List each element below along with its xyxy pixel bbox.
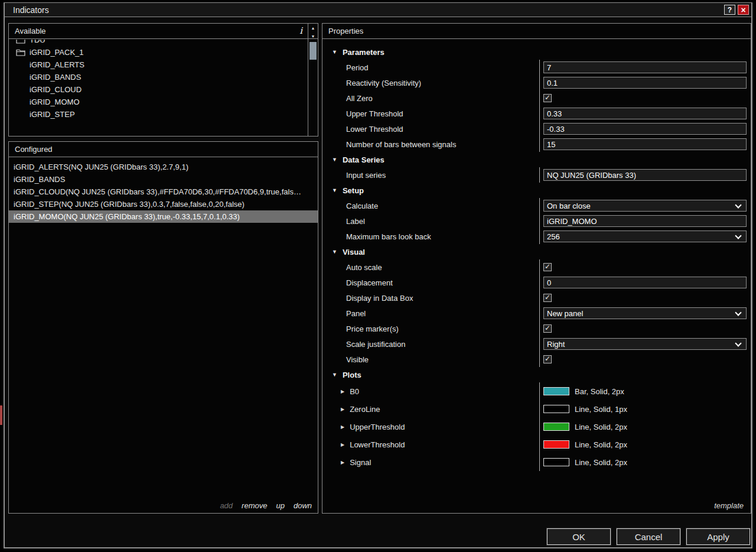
scrollbar-thumb[interactable] [309,42,317,60]
prop-label: Lower Threshold [322,121,539,137]
template-link[interactable]: template [714,501,744,510]
price-marker-s-checkbox[interactable]: ✓ [543,324,552,333]
tree-item-igrid-alerts[interactable]: iGRID_ALERTS [9,59,307,71]
scroll-up-icon[interactable]: ▲ [308,24,318,32]
prop-field: Line, Solid, 2px [539,436,751,453]
section-visual[interactable]: ▼Visual [322,244,751,259]
remove-link[interactable]: remove [242,501,267,510]
prop-label: ▶ZeroLine [322,400,539,418]
prop-label: ▶LowerThreshold [322,436,539,453]
down-link[interactable]: down [294,501,312,510]
section-parameters[interactable]: ▼Parameters [322,44,751,60]
chevron-down-icon [735,202,741,208]
folder-icon [16,40,25,44]
chevron-right-icon[interactable]: ▶ [341,460,344,465]
check-icon: ✓ [545,294,550,300]
display-in-data-box-checkbox[interactable]: ✓ [543,294,552,302]
tree-item-label: iGRID_STEP [30,110,75,119]
ok-button[interactable]: OK [547,528,611,545]
window-title: Indicators [5,5,49,15]
select-value: Right [547,340,565,349]
prop-label: Scale justification [322,336,539,352]
section-plots[interactable]: ▼Plots [322,367,751,382]
title-bar: Indicators ? × [5,3,751,17]
prop-field: ✓ [539,290,751,306]
configured-item[interactable]: iGRID_STEP(NQ JUN25 (GRIDbars 33),0.3,7,… [9,198,318,210]
cancel-button[interactable]: Cancel [617,528,680,545]
chevron-right-icon[interactable]: ▶ [341,424,344,430]
prop-label-text: Upper Threshold [346,109,403,118]
tree-item-igrid-pack-1[interactable]: iGRID_PACK_1 [9,46,307,59]
lowerthreshold-color-swatch[interactable] [543,440,569,449]
info-icon[interactable]: i [299,25,302,36]
available-tree: TDUiGRID_PACK_1iGRID_ALERTSiGRID_BANDSiG… [9,40,307,136]
chevron-right-icon[interactable]: ▶ [341,442,344,447]
prop-row-price-marker-s: Price marker(s)✓ [322,321,751,336]
upperthreshold-color-swatch[interactable] [543,423,569,431]
upper-threshold-input[interactable] [543,108,747,119]
apply-button[interactable]: Apply [686,528,750,545]
calculate-select[interactable]: On bar close [543,200,747,212]
configured-item[interactable]: iGRID_MOMO(NQ JUN25 (GRIDbars 33),true,-… [9,210,318,223]
close-button[interactable]: × [738,5,749,15]
select-value: New panel [547,309,583,318]
section-label: Plots [343,371,361,379]
zeroline-color-swatch[interactable] [543,405,569,413]
chevron-down-icon: ▼ [332,157,337,163]
chevron-down-icon: ▼ [332,249,337,255]
displacement-input[interactable] [543,277,747,288]
add-link[interactable]: add [220,501,233,510]
prop-field [539,60,751,75]
available-title: Available [15,27,46,35]
tree-item-igrid-bands[interactable]: iGRID_BANDS [9,71,307,83]
chevron-right-icon[interactable]: ▶ [341,389,344,394]
prop-label-text: B0 [350,387,359,396]
prop-row-lower-threshold: Lower Threshold [322,121,751,137]
prop-label: Panel [322,306,539,321]
prop-label: Auto scale [322,259,539,275]
prop-field: On bar close [539,198,751,213]
panel-select[interactable]: New panel [543,307,747,319]
maximum-bars-look-back-select[interactable]: 256 [543,230,747,242]
available-scrollbar[interactable]: ▲ ▼ [308,24,318,136]
input-series-input[interactable] [543,169,747,181]
help-button[interactable]: ? [724,5,735,15]
prop-row-maximum-bars-look-back: Maximum bars look back256 [322,229,751,244]
chevron-down-icon [735,340,741,346]
tree-item-tdu[interactable]: TDU [9,40,307,46]
auto-scale-checkbox[interactable]: ✓ [543,263,552,271]
all-zero-checkbox[interactable]: ✓ [543,94,552,102]
b0-color-swatch[interactable] [543,387,569,395]
section-label: Visual [343,248,365,256]
tree-item-igrid-step[interactable]: iGRID_STEP [9,108,307,121]
chevron-down-icon: ▼ [332,372,337,378]
prop-row-all-zero: All Zero✓ [322,90,751,106]
prop-row-scale-justification: Scale justificationRight [322,336,751,352]
properties-header: Properties [322,24,751,39]
scroll-down-icon[interactable]: ▼ [308,32,318,40]
prop-field: Bar, Solid, 2px [539,382,751,400]
tree-item-igrid-momo[interactable]: iGRID_MOMO [9,96,307,108]
tree-item-igrid-cloud[interactable]: iGRID_CLOUD [9,83,307,96]
label-input[interactable] [543,215,747,227]
visible-checkbox[interactable]: ✓ [543,355,552,363]
prop-label: Display in Data Box [322,290,539,306]
configured-item[interactable]: iGRID_ALERTS(NQ JUN25 (GRIDbars 33),2.7,… [9,161,318,173]
section-setup[interactable]: ▼Setup [322,183,751,198]
prop-label-text: Calculate [346,202,378,210]
lower-threshold-input[interactable] [543,123,747,135]
configured-item[interactable]: iGRID_CLOUD(NQ JUN25 (GRIDbars 33),#FFDA… [9,186,318,198]
configured-actions: addremoveupdown [220,501,312,510]
number-of-bars-between-signals-input[interactable] [543,138,747,150]
signal-color-swatch[interactable] [543,458,569,466]
reactivity-sensitivity-input[interactable] [543,77,747,89]
section-data-series[interactable]: ▼Data Series [322,152,751,167]
prop-label-text: Label [346,217,365,226]
scale-justification-select[interactable]: Right [543,338,747,350]
up-link[interactable]: up [276,501,284,510]
configured-item[interactable]: iGRID_BANDS [9,173,318,186]
chevron-right-icon[interactable]: ▶ [341,407,344,412]
configured-header: Configured [9,142,318,157]
period-input[interactable] [543,61,747,73]
chevron-down-icon: ▼ [332,49,337,55]
